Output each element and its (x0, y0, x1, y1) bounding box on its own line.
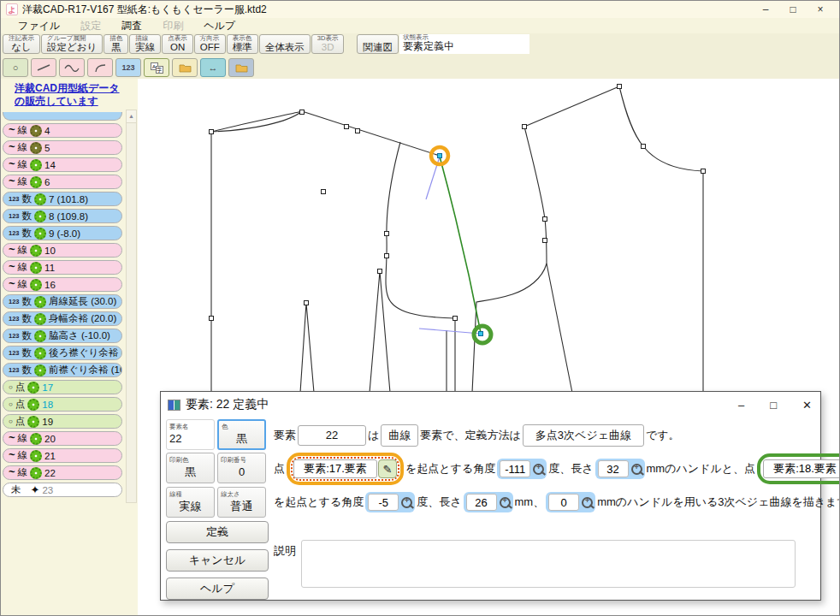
element-type-box[interactable]: 曲線 (381, 424, 418, 447)
print-number-button[interactable]: 印刷番号 0 (217, 453, 266, 483)
active-bezier-curve[interactable] (440, 157, 481, 333)
print-color-button[interactable]: 印刷色 黒 (166, 453, 215, 483)
list-item[interactable]: 123 数 ✦ 9 (-8.0) (3, 226, 122, 240)
curve-tool-button[interactable] (59, 58, 85, 77)
toolbar-button-caption: 注記表示 (9, 35, 34, 42)
dialog-maximize-icon[interactable]: □ (770, 399, 777, 412)
scroll-up-icon[interactable]: ▲ (127, 110, 136, 123)
item-name: 16 (44, 280, 56, 290)
list-item[interactable]: ~ 線 ✦ 5 (3, 140, 122, 155)
toolbar-button[interactable]: 点表示 ON (162, 34, 193, 54)
item-type-label: 数 (22, 346, 33, 359)
toolbar-button[interactable]: 描色 黒 (104, 34, 128, 54)
minimize-icon[interactable]: – (752, 1, 779, 18)
item-type-label: 線 (18, 141, 28, 154)
bezier-handle-lines[interactable] (419, 157, 481, 334)
list-item[interactable]: ○ 点 ✦ 17 (3, 380, 122, 394)
selected-point-18[interactable] (479, 332, 483, 336)
magnifier-icon[interactable] (533, 464, 544, 475)
measure-tool-button[interactable]: ↔ (200, 58, 226, 77)
toolbar-button[interactable]: 注記表示 なし (3, 34, 40, 54)
item-name: 7 (101.8) (49, 194, 88, 204)
text-tool-button[interactable]: A字 (144, 58, 169, 77)
list-item[interactable]: ○ 点 ✦ 18 (3, 397, 122, 412)
list-item[interactable]: ○ 点 ✦ 19 (3, 414, 122, 429)
menu-item[interactable]: 印刷 (152, 19, 193, 33)
length1-input[interactable] (598, 460, 629, 477)
toolbar-button[interactable]: 表示色 標準 (227, 34, 258, 54)
close-icon[interactable]: × (807, 1, 834, 18)
toolbar-button-value: 3D (317, 42, 339, 53)
list-item[interactable]: 123 数 ✦ 8 (109.8) (3, 209, 122, 223)
color-button[interactable]: 色 黒 (217, 419, 266, 450)
point-tool-button[interactable]: ○ (3, 58, 28, 77)
length3-input[interactable] (548, 494, 579, 511)
list-item[interactable]: 123 数 ✦ 前襟ぐり余裕 (10.0) (3, 363, 122, 377)
scrollbar[interactable]: ▲ (126, 110, 137, 503)
toolbar-button[interactable]: 3D表示 3D (311, 34, 345, 54)
toolbar-button[interactable]: 関連図 (357, 34, 399, 54)
line-weight-button[interactable]: 線太さ 普通 (217, 487, 266, 518)
dialog-close-icon[interactable]: ✕ (802, 399, 812, 412)
number-tool-button[interactable]: 123 (115, 58, 141, 77)
list-item[interactable]: 123 数 ✦ 肩線延長 (30.0) (3, 294, 122, 309)
open-folder-button[interactable] (172, 58, 198, 77)
definition-method-box[interactable]: 多点3次ベジェ曲線 (523, 424, 644, 447)
list-item[interactable]: 123 数 ✦ 脇高さ (-10.0) (3, 329, 122, 343)
list-item[interactable]: ~ 線 ✦ 4 (3, 123, 122, 138)
magnifier-icon[interactable] (500, 497, 511, 508)
list-item[interactable]: ~ 線 ✦ 21 (3, 448, 122, 463)
end-point-ref-input[interactable] (763, 459, 840, 478)
list-item[interactable]: 123 数 ✦ 身幅余裕 (20.0) (3, 311, 122, 326)
angle2-input[interactable] (368, 494, 399, 511)
maximize-icon[interactable]: □ (779, 1, 807, 18)
menu-item[interactable]: 設定 (70, 19, 111, 33)
list-item[interactable]: ~ 線 ✦ 11 (3, 260, 122, 275)
pattern-data-link[interactable]: 洋裁CAD用型紙データ の販売しています (1, 79, 138, 108)
item-type-icon: ~ (9, 448, 15, 461)
menu-item[interactable]: 調査 (111, 19, 152, 33)
arc-tool-button[interactable] (87, 58, 113, 77)
length2-input[interactable] (466, 494, 497, 511)
pattern-point-markers[interactable] (210, 85, 706, 321)
dialog-titlebar[interactable]: 要素: 22 定義中 – □ ✕ (161, 392, 820, 418)
magnifier-icon[interactable] (401, 497, 412, 508)
menu-item[interactable]: ファイル (8, 19, 70, 33)
gear-icon (30, 176, 42, 188)
line-tool-button[interactable] (31, 58, 56, 77)
magnifier-icon[interactable] (631, 464, 642, 475)
toolbar-button[interactable]: グループ展開 設定どおり (41, 34, 103, 54)
description-textarea[interactable] (301, 540, 796, 588)
dialog-minimize-icon[interactable]: – (738, 399, 744, 412)
list-item[interactable]: ~ 線 ✦ 6 (3, 175, 122, 189)
line-type-button[interactable]: 線種 実線 (166, 487, 215, 518)
gear-icon (30, 142, 42, 154)
item-type-label: 線 (18, 449, 28, 462)
list-item[interactable]: ~ 線 ✦ 14 (3, 157, 122, 172)
group-folder-button[interactable] (228, 58, 254, 77)
list-item[interactable]: 123 数 ✦ 7 (101.8) (3, 192, 122, 206)
list-item[interactable]: ~ 線 ✦ 20 (3, 431, 122, 446)
define-button[interactable]: 定義 (166, 521, 269, 543)
toolbar-button[interactable]: 方向示 OFF (194, 34, 226, 54)
list-item[interactable]: ~ 線 ✦ 10 (3, 243, 122, 258)
toolbar-button[interactable]: 描線 実線 (129, 34, 161, 54)
definition-sentence-2: 点 ✎ を起点とする角度 度、長さ mmのハンドルと、点 (274, 453, 840, 485)
label-degree-length2: 度、長さ (417, 495, 461, 510)
menu-item[interactable]: ヘルプ (193, 19, 245, 33)
list-item[interactable]: 未 ✦ 23 (3, 483, 122, 497)
start-point-ref-input[interactable] (293, 459, 377, 478)
list-item-partial[interactable] (3, 112, 122, 121)
list-item[interactable]: ~ 線 ✦ 16 (3, 277, 122, 292)
star-icon: ✦ (31, 483, 40, 496)
cancel-button[interactable]: キャンセル (166, 549, 269, 572)
angle1-input[interactable] (500, 460, 530, 477)
selected-point-17[interactable] (438, 154, 442, 158)
element-id-input[interactable] (298, 425, 366, 446)
list-item[interactable]: ~ 線 ✦ 22 (3, 465, 122, 480)
list-item[interactable]: 123 数 ✦ 後ろ襟ぐり余裕 (5.0) (3, 346, 122, 360)
help-button[interactable]: ヘルプ (166, 578, 269, 600)
edit-pencil-icon[interactable]: ✎ (378, 459, 397, 478)
toolbar-button[interactable]: 全体表示 (259, 34, 311, 54)
magnifier-icon[interactable] (582, 497, 593, 508)
